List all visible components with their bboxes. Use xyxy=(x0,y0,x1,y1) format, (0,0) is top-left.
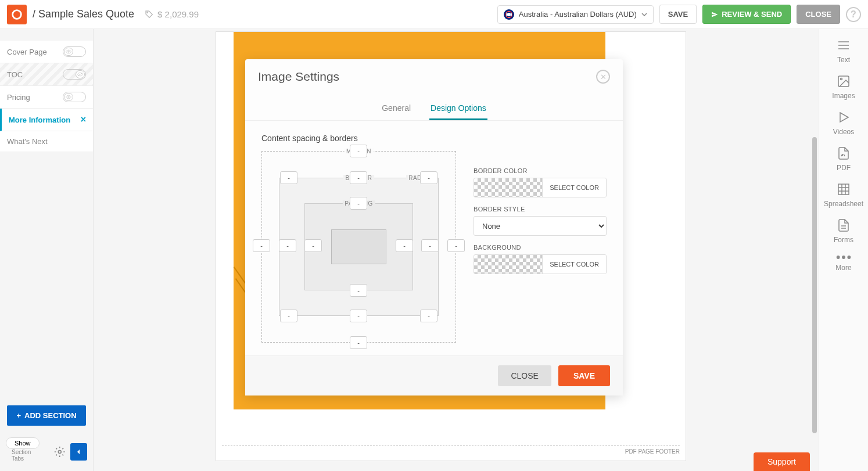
modal-title: Image Settings xyxy=(258,70,339,84)
more-icon xyxy=(835,254,852,260)
section-label: More Information xyxy=(9,116,70,124)
add-section-label: ADD SECTION xyxy=(24,411,77,420)
svg-point-2 xyxy=(68,51,70,53)
show-tabs-toggle[interactable]: Show xyxy=(6,437,40,449)
gear-icon[interactable] xyxy=(54,446,66,458)
border-bottom-left-input[interactable] xyxy=(280,310,297,322)
plus-icon: + xyxy=(16,411,21,420)
section-pricing[interactable]: Pricing xyxy=(0,86,93,109)
visibility-toggle[interactable] xyxy=(63,92,86,102)
margin-top-input[interactable] xyxy=(350,145,367,157)
video-icon xyxy=(835,110,852,124)
color-swatch-transparent xyxy=(474,178,542,197)
section-cover-page[interactable]: Cover Page xyxy=(0,41,93,63)
border-bottom-right-input[interactable] xyxy=(420,310,437,322)
background-label: BACKGROUND xyxy=(474,244,607,251)
tool-label: PDF xyxy=(837,164,851,172)
padding-right-input[interactable] xyxy=(396,239,413,252)
svg-point-20 xyxy=(842,256,845,259)
tool-label: Spreadsheet xyxy=(824,200,863,208)
tools-sidebar: Text Images Videos PDF Spreadsheet Forms… xyxy=(819,29,868,471)
section-label: Cover Page xyxy=(7,48,47,56)
tool-label: More xyxy=(835,264,851,272)
border-right-input[interactable] xyxy=(421,239,439,252)
tool-forms[interactable]: Forms xyxy=(834,218,853,244)
svg-point-4 xyxy=(68,96,70,98)
price-value: $ 2,029.99 xyxy=(157,9,199,19)
modal-close-button[interactable]: ✕ xyxy=(596,70,610,84)
svg-point-10 xyxy=(840,78,842,80)
select-background-color-button[interactable]: SELECT COLOR xyxy=(542,255,606,274)
tool-more[interactable]: More xyxy=(835,254,852,272)
review-send-button[interactable]: REVIEW & SEND xyxy=(702,5,791,24)
eye-off-icon xyxy=(77,72,83,77)
padding-left-input[interactable] xyxy=(304,239,322,252)
tool-pdf[interactable]: PDF xyxy=(835,146,852,172)
tool-label: Videos xyxy=(833,128,854,136)
border-top-input[interactable] xyxy=(350,171,367,184)
section-label: Pricing xyxy=(7,93,30,102)
tool-text[interactable]: Text xyxy=(835,38,852,64)
tag-icon xyxy=(145,10,154,19)
border-radius-input[interactable] xyxy=(420,171,437,184)
save-button[interactable]: SAVE xyxy=(659,5,697,24)
text-icon xyxy=(835,38,852,52)
app-logo[interactable] xyxy=(7,5,27,24)
tab-design-options[interactable]: Design Options xyxy=(429,98,487,120)
close-icon[interactable]: × xyxy=(81,114,86,125)
margin-bottom-input[interactable] xyxy=(350,336,367,349)
add-section-button[interactable]: + ADD SECTION xyxy=(7,405,86,426)
select-border-color-button[interactable]: SELECT COLOR xyxy=(542,178,606,197)
section-more-information[interactable]: More Information × xyxy=(0,109,93,131)
padding-top-input[interactable] xyxy=(350,197,367,210)
visibility-toggle[interactable] xyxy=(63,69,86,80)
svg-point-5 xyxy=(59,451,62,454)
color-swatch-transparent xyxy=(474,255,542,274)
modal-save-button[interactable]: SAVE xyxy=(558,365,610,386)
svg-point-19 xyxy=(837,256,840,259)
tool-spreadsheet[interactable]: Spreadsheet xyxy=(824,182,863,208)
margin-left-input[interactable] xyxy=(253,239,270,252)
image-settings-modal: Image Settings ✕ General Design Options … xyxy=(245,59,623,396)
padding-bottom-input[interactable] xyxy=(350,284,367,297)
support-button[interactable]: Support xyxy=(754,452,810,471)
border-top-left-input[interactable] xyxy=(280,171,297,184)
forms-icon xyxy=(835,218,852,232)
arrow-left-icon xyxy=(75,448,82,455)
document-title[interactable]: / Sample Sales Quote xyxy=(33,8,134,20)
section-whats-next[interactable]: What's Next xyxy=(0,131,93,152)
svg-point-21 xyxy=(848,256,851,259)
tool-videos[interactable]: Videos xyxy=(833,110,854,136)
currency-selector[interactable]: Australia - Australian Dollars (AUD) xyxy=(497,5,654,24)
visibility-toggle[interactable] xyxy=(63,46,86,57)
spreadsheet-icon xyxy=(835,182,852,196)
section-label: What's Next xyxy=(7,137,48,146)
border-bottom-input[interactable] xyxy=(350,310,367,322)
margin-right-input[interactable] xyxy=(447,239,465,252)
box-model-diagram: MARGIN BORDER RADIUS PADDING xyxy=(261,151,456,343)
image-icon xyxy=(835,74,852,88)
svg-rect-12 xyxy=(838,184,849,195)
background-color-picker[interactable]: SELECT COLOR xyxy=(474,254,607,274)
collapse-sidebar-button[interactable] xyxy=(70,443,87,461)
tool-label: Images xyxy=(832,92,855,100)
sections-sidebar: Cover Page TOC Pricing More Information … xyxy=(0,29,94,471)
price-tag[interactable]: $ 2,029.99 xyxy=(145,9,199,19)
tool-label: Forms xyxy=(834,236,853,244)
svg-point-1 xyxy=(147,12,148,13)
border-style-label: BORDER STYLE xyxy=(474,206,607,213)
scrollbar[interactable] xyxy=(812,31,818,458)
tab-general[interactable]: General xyxy=(381,98,412,120)
border-style-select[interactable]: None xyxy=(474,216,607,236)
border-color-picker[interactable]: SELECT COLOR xyxy=(474,178,607,197)
pdf-page-footer: PDF PAGE FOOTER xyxy=(222,445,680,455)
section-toc[interactable]: TOC xyxy=(0,63,93,86)
eye-icon xyxy=(66,95,71,99)
close-button[interactable]: CLOSE xyxy=(797,5,840,24)
tool-images[interactable]: Images xyxy=(832,74,855,100)
help-icon[interactable]: ? xyxy=(846,7,861,22)
section-tabs-label: Section Tabs xyxy=(6,449,49,466)
flag-icon xyxy=(504,9,514,20)
border-left-input[interactable] xyxy=(279,239,296,252)
modal-close-button-footer[interactable]: CLOSE xyxy=(498,365,551,386)
